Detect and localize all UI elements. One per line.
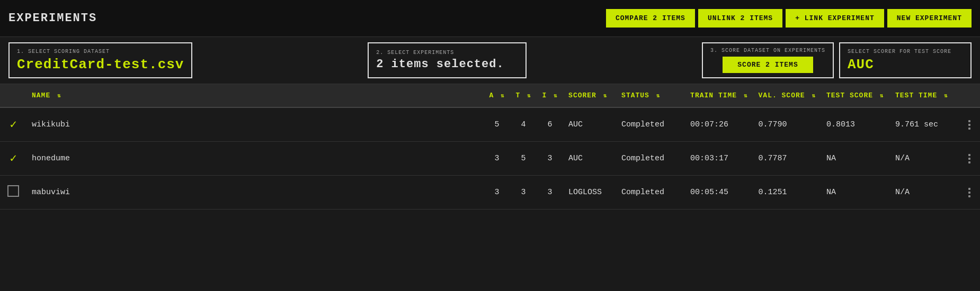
row-menu-icon[interactable] bbox=[964, 118, 975, 132]
row-1-testtime: N/A bbox=[890, 142, 959, 176]
row-2-valscore: 0.1251 bbox=[753, 176, 821, 210]
experiments-label: 2. SELECT EXPERIMENTS bbox=[376, 50, 518, 56]
traintime-sort-icon[interactable]: ⇅ bbox=[744, 92, 748, 99]
dataset-value: CreditCard-test.csv bbox=[17, 57, 184, 72]
row-1-status: Completed bbox=[616, 142, 685, 176]
row-0-check-cell[interactable]: ✓ bbox=[0, 107, 26, 142]
row-0-valscore: 0.7790 bbox=[753, 107, 821, 142]
row-2-t: 3 bbox=[510, 176, 537, 210]
row-2-actions[interactable] bbox=[959, 176, 980, 210]
row-2-status: Completed bbox=[616, 176, 685, 210]
row-menu-icon[interactable] bbox=[964, 152, 975, 166]
experiments-selector[interactable]: 2. SELECT EXPERIMENTS 2 items selected. bbox=[368, 42, 527, 78]
col-header-testtime[interactable]: Test Time ⇅ bbox=[890, 84, 959, 107]
status-sort-icon[interactable]: ⇅ bbox=[656, 92, 661, 99]
row-2-traintime: 00:05:45 bbox=[685, 176, 753, 210]
row-1-actions[interactable] bbox=[959, 142, 980, 176]
unlink-button[interactable]: UNLINK 2 ITEMS bbox=[698, 9, 782, 28]
col-header-valscore[interactable]: Val. Score ⇅ bbox=[753, 84, 821, 107]
row-1-traintime: 00:03:17 bbox=[685, 142, 753, 176]
table-wrapper: Name ⇅ A ⇅ T ⇅ I ⇅ bbox=[0, 84, 980, 291]
t-sort-icon[interactable]: ⇅ bbox=[527, 92, 531, 99]
row-0-a: 5 bbox=[484, 107, 510, 142]
row-0-traintime: 00:07:26 bbox=[685, 107, 753, 142]
row-0-t: 4 bbox=[510, 107, 537, 142]
checkmark-icon: ✓ bbox=[10, 119, 16, 132]
experiments-value: 2 items selected. bbox=[376, 58, 518, 71]
row-1-i: 3 bbox=[537, 142, 563, 176]
col-header-name[interactable]: Name ⇅ bbox=[26, 84, 484, 107]
table-row: ✓wikikubi546AUCCompleted00:07:260.77900.… bbox=[0, 107, 980, 142]
row-0-i: 6 bbox=[537, 107, 563, 142]
row-1-check-cell[interactable]: ✓ bbox=[0, 142, 26, 176]
row-0-status: Completed bbox=[616, 107, 685, 142]
row-1-scorer: AUC bbox=[563, 142, 616, 176]
scorer-sort-icon[interactable]: ⇅ bbox=[603, 92, 608, 99]
row-2-scorer: LOGLOSS bbox=[563, 176, 616, 210]
table-row: mabuviwi333LOGLOSSCompleted00:05:450.125… bbox=[0, 176, 980, 210]
scorer-selector[interactable]: SELECT SCORER FOR TEST SCORE AUC bbox=[839, 42, 972, 78]
row-0-testtime: 9.761 sec bbox=[890, 107, 959, 142]
row-2-check-cell[interactable] bbox=[0, 176, 26, 210]
header-actions: COMPARE 2 ITEMS UNLINK 2 ITEMS + LINK EX… bbox=[606, 9, 972, 28]
row-1-t: 5 bbox=[510, 142, 537, 176]
col-header-scorer[interactable]: Scorer ⇅ bbox=[563, 84, 616, 107]
table-row: ✓honedume353AUCCompleted00:03:170.7787NA… bbox=[0, 142, 980, 176]
row-1-a: 3 bbox=[484, 142, 510, 176]
row-2-i: 3 bbox=[537, 176, 563, 210]
compare-button[interactable]: COMPARE 2 ITEMS bbox=[606, 9, 695, 28]
checkmark-icon: ✓ bbox=[10, 152, 16, 166]
col-header-t[interactable]: T ⇅ bbox=[510, 84, 537, 107]
row-1-valscore: 0.7787 bbox=[753, 142, 821, 176]
a-sort-icon[interactable]: ⇅ bbox=[501, 92, 505, 99]
new-experiment-button[interactable]: NEW EXPERIMENT bbox=[887, 9, 972, 28]
checkbox-empty[interactable] bbox=[7, 185, 19, 197]
table-header-row: Name ⇅ A ⇅ T ⇅ I ⇅ bbox=[0, 84, 980, 107]
col-header-testscore[interactable]: Test Score ⇅ bbox=[821, 84, 890, 107]
row-2-a: 3 bbox=[484, 176, 510, 210]
row-0-name: wikikubi bbox=[26, 107, 484, 142]
header-bar: EXPERIMENTS COMPARE 2 ITEMS UNLINK 2 ITE… bbox=[0, 0, 980, 37]
col-header-actions bbox=[959, 84, 980, 107]
row-0-actions[interactable] bbox=[959, 107, 980, 142]
page-wrapper: EXPERIMENTS COMPARE 2 ITEMS UNLINK 2 ITE… bbox=[0, 0, 980, 291]
score-dataset-label: 3. SCORE DATASET ON EXPERIMENTS bbox=[710, 48, 825, 53]
name-sort-icon[interactable]: ⇅ bbox=[57, 92, 61, 99]
col-header-i[interactable]: I ⇅ bbox=[537, 84, 563, 107]
experiments-table: Name ⇅ A ⇅ T ⇅ I ⇅ bbox=[0, 84, 980, 210]
row-1-testscore: NA bbox=[821, 142, 890, 176]
row-2-testscore: NA bbox=[821, 176, 890, 210]
col-header-status[interactable]: Status ⇅ bbox=[616, 84, 685, 107]
col-header-a[interactable]: A ⇅ bbox=[484, 84, 510, 107]
dataset-label: 1. SELECT SCORING DATASET bbox=[17, 49, 184, 54]
dataset-selector[interactable]: 1. SELECT SCORING DATASET CreditCard-tes… bbox=[8, 42, 192, 78]
row-0-testscore: 0.8013 bbox=[821, 107, 890, 142]
scorer-value: AUC bbox=[848, 57, 963, 72]
row-2-testtime: N/A bbox=[890, 176, 959, 210]
row-menu-icon[interactable] bbox=[964, 186, 975, 199]
page-title: EXPERIMENTS bbox=[8, 12, 97, 25]
testtime-sort-icon[interactable]: ⇅ bbox=[944, 92, 948, 99]
i-sort-icon[interactable]: ⇅ bbox=[554, 92, 558, 99]
selector-row: 1. SELECT SCORING DATASET CreditCard-tes… bbox=[0, 37, 980, 84]
row-1-name: honedume bbox=[26, 142, 484, 176]
valscore-sort-icon[interactable]: ⇅ bbox=[812, 92, 816, 99]
row-2-name: mabuviwi bbox=[26, 176, 484, 210]
selector-spacer bbox=[198, 42, 362, 78]
col-header-check bbox=[0, 84, 26, 107]
score-items-button[interactable]: SCORE 2 ITEMS bbox=[723, 57, 813, 73]
scorer-label: SELECT SCORER FOR TEST SCORE bbox=[848, 49, 963, 54]
row-0-scorer: AUC bbox=[563, 107, 616, 142]
selector-spacer-2 bbox=[532, 42, 697, 78]
score-dataset-box: 3. SCORE DATASET ON EXPERIMENTS SCORE 2 … bbox=[702, 42, 834, 78]
col-header-traintime[interactable]: Train Time ⇅ bbox=[685, 84, 753, 107]
testscore-sort-icon[interactable]: ⇅ bbox=[880, 92, 884, 99]
link-experiment-button[interactable]: + LINK EXPERIMENT bbox=[786, 9, 884, 28]
